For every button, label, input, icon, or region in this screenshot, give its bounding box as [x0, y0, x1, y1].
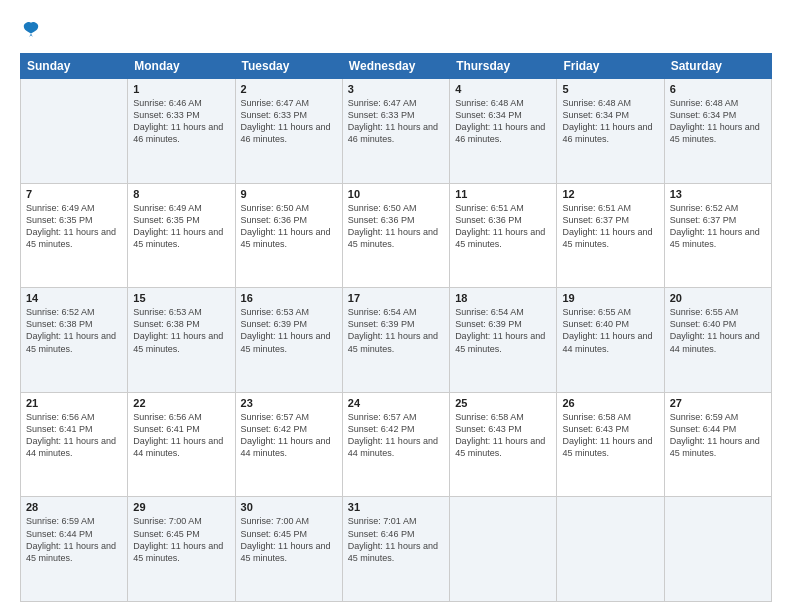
calendar-cell: 30Sunrise: 7:00 AMSunset: 6:45 PMDayligh…	[235, 497, 342, 602]
day-header-friday: Friday	[557, 54, 664, 79]
day-number: 26	[562, 397, 658, 409]
day-sun-info: Sunrise: 6:58 AMSunset: 6:43 PMDaylight:…	[455, 411, 551, 460]
calendar-cell: 22Sunrise: 6:56 AMSunset: 6:41 PMDayligh…	[128, 392, 235, 497]
day-sun-info: Sunrise: 7:00 AMSunset: 6:45 PMDaylight:…	[241, 515, 337, 564]
day-number: 17	[348, 292, 444, 304]
day-sun-info: Sunrise: 6:57 AMSunset: 6:42 PMDaylight:…	[241, 411, 337, 460]
day-number: 13	[670, 188, 766, 200]
day-sun-info: Sunrise: 6:58 AMSunset: 6:43 PMDaylight:…	[562, 411, 658, 460]
day-sun-info: Sunrise: 6:51 AMSunset: 6:37 PMDaylight:…	[562, 202, 658, 251]
day-sun-info: Sunrise: 6:56 AMSunset: 6:41 PMDaylight:…	[133, 411, 229, 460]
calendar-cell: 14Sunrise: 6:52 AMSunset: 6:38 PMDayligh…	[21, 288, 128, 393]
calendar-table: SundayMondayTuesdayWednesdayThursdayFrid…	[20, 53, 772, 602]
day-number: 9	[241, 188, 337, 200]
day-number: 16	[241, 292, 337, 304]
day-sun-info: Sunrise: 6:49 AMSunset: 6:35 PMDaylight:…	[26, 202, 122, 251]
day-number: 27	[670, 397, 766, 409]
day-number: 21	[26, 397, 122, 409]
day-sun-info: Sunrise: 6:50 AMSunset: 6:36 PMDaylight:…	[241, 202, 337, 251]
day-sun-info: Sunrise: 6:55 AMSunset: 6:40 PMDaylight:…	[562, 306, 658, 355]
header	[20, 18, 772, 41]
calendar-cell: 13Sunrise: 6:52 AMSunset: 6:37 PMDayligh…	[664, 183, 771, 288]
calendar-cell: 21Sunrise: 6:56 AMSunset: 6:41 PMDayligh…	[21, 392, 128, 497]
calendar-cell: 11Sunrise: 6:51 AMSunset: 6:36 PMDayligh…	[450, 183, 557, 288]
calendar-cell: 10Sunrise: 6:50 AMSunset: 6:36 PMDayligh…	[342, 183, 449, 288]
calendar-cell: 25Sunrise: 6:58 AMSunset: 6:43 PMDayligh…	[450, 392, 557, 497]
page: SundayMondayTuesdayWednesdayThursdayFrid…	[0, 0, 792, 612]
calendar-cell: 6Sunrise: 6:48 AMSunset: 6:34 PMDaylight…	[664, 79, 771, 184]
calendar-cell: 1Sunrise: 6:46 AMSunset: 6:33 PMDaylight…	[128, 79, 235, 184]
day-sun-info: Sunrise: 6:59 AMSunset: 6:44 PMDaylight:…	[670, 411, 766, 460]
day-header-thursday: Thursday	[450, 54, 557, 79]
day-sun-info: Sunrise: 6:52 AMSunset: 6:38 PMDaylight:…	[26, 306, 122, 355]
calendar-cell: 26Sunrise: 6:58 AMSunset: 6:43 PMDayligh…	[557, 392, 664, 497]
day-sun-info: Sunrise: 6:49 AMSunset: 6:35 PMDaylight:…	[133, 202, 229, 251]
calendar-cell	[664, 497, 771, 602]
day-sun-info: Sunrise: 6:47 AMSunset: 6:33 PMDaylight:…	[348, 97, 444, 146]
day-sun-info: Sunrise: 6:56 AMSunset: 6:41 PMDaylight:…	[26, 411, 122, 460]
day-sun-info: Sunrise: 6:46 AMSunset: 6:33 PMDaylight:…	[133, 97, 229, 146]
calendar-cell	[557, 497, 664, 602]
calendar-cell: 5Sunrise: 6:48 AMSunset: 6:34 PMDaylight…	[557, 79, 664, 184]
day-number: 1	[133, 83, 229, 95]
day-header-monday: Monday	[128, 54, 235, 79]
day-number: 5	[562, 83, 658, 95]
calendar-cell: 23Sunrise: 6:57 AMSunset: 6:42 PMDayligh…	[235, 392, 342, 497]
day-sun-info: Sunrise: 6:59 AMSunset: 6:44 PMDaylight:…	[26, 515, 122, 564]
day-sun-info: Sunrise: 6:51 AMSunset: 6:36 PMDaylight:…	[455, 202, 551, 251]
day-sun-info: Sunrise: 6:48 AMSunset: 6:34 PMDaylight:…	[670, 97, 766, 146]
day-sun-info: Sunrise: 6:54 AMSunset: 6:39 PMDaylight:…	[455, 306, 551, 355]
calendar-cell: 7Sunrise: 6:49 AMSunset: 6:35 PMDaylight…	[21, 183, 128, 288]
day-number: 29	[133, 501, 229, 513]
day-sun-info: Sunrise: 7:00 AMSunset: 6:45 PMDaylight:…	[133, 515, 229, 564]
calendar-cell: 28Sunrise: 6:59 AMSunset: 6:44 PMDayligh…	[21, 497, 128, 602]
day-header-saturday: Saturday	[664, 54, 771, 79]
day-sun-info: Sunrise: 6:52 AMSunset: 6:37 PMDaylight:…	[670, 202, 766, 251]
calendar-cell	[21, 79, 128, 184]
day-sun-info: Sunrise: 7:01 AMSunset: 6:46 PMDaylight:…	[348, 515, 444, 564]
day-number: 10	[348, 188, 444, 200]
day-sun-info: Sunrise: 6:53 AMSunset: 6:39 PMDaylight:…	[241, 306, 337, 355]
calendar-cell: 9Sunrise: 6:50 AMSunset: 6:36 PMDaylight…	[235, 183, 342, 288]
day-number: 24	[348, 397, 444, 409]
calendar-cell: 27Sunrise: 6:59 AMSunset: 6:44 PMDayligh…	[664, 392, 771, 497]
calendar-cell: 16Sunrise: 6:53 AMSunset: 6:39 PMDayligh…	[235, 288, 342, 393]
day-header-tuesday: Tuesday	[235, 54, 342, 79]
day-sun-info: Sunrise: 6:54 AMSunset: 6:39 PMDaylight:…	[348, 306, 444, 355]
calendar-cell: 3Sunrise: 6:47 AMSunset: 6:33 PMDaylight…	[342, 79, 449, 184]
calendar-cell: 29Sunrise: 7:00 AMSunset: 6:45 PMDayligh…	[128, 497, 235, 602]
day-number: 30	[241, 501, 337, 513]
day-sun-info: Sunrise: 6:48 AMSunset: 6:34 PMDaylight:…	[455, 97, 551, 146]
day-sun-info: Sunrise: 6:57 AMSunset: 6:42 PMDaylight:…	[348, 411, 444, 460]
calendar-cell: 2Sunrise: 6:47 AMSunset: 6:33 PMDaylight…	[235, 79, 342, 184]
day-sun-info: Sunrise: 6:53 AMSunset: 6:38 PMDaylight:…	[133, 306, 229, 355]
day-number: 28	[26, 501, 122, 513]
logo	[20, 18, 100, 41]
day-number: 19	[562, 292, 658, 304]
calendar-cell: 17Sunrise: 6:54 AMSunset: 6:39 PMDayligh…	[342, 288, 449, 393]
day-number: 23	[241, 397, 337, 409]
day-sun-info: Sunrise: 6:55 AMSunset: 6:40 PMDaylight:…	[670, 306, 766, 355]
logo-bird-icon	[22, 20, 40, 38]
calendar-cell: 12Sunrise: 6:51 AMSunset: 6:37 PMDayligh…	[557, 183, 664, 288]
day-number: 7	[26, 188, 122, 200]
calendar-cell	[450, 497, 557, 602]
calendar-cell: 15Sunrise: 6:53 AMSunset: 6:38 PMDayligh…	[128, 288, 235, 393]
day-number: 22	[133, 397, 229, 409]
day-sun-info: Sunrise: 6:50 AMSunset: 6:36 PMDaylight:…	[348, 202, 444, 251]
calendar-cell: 18Sunrise: 6:54 AMSunset: 6:39 PMDayligh…	[450, 288, 557, 393]
day-number: 15	[133, 292, 229, 304]
day-number: 25	[455, 397, 551, 409]
day-sun-info: Sunrise: 6:48 AMSunset: 6:34 PMDaylight:…	[562, 97, 658, 146]
calendar-cell: 19Sunrise: 6:55 AMSunset: 6:40 PMDayligh…	[557, 288, 664, 393]
day-number: 8	[133, 188, 229, 200]
calendar-cell: 31Sunrise: 7:01 AMSunset: 6:46 PMDayligh…	[342, 497, 449, 602]
calendar-cell: 20Sunrise: 6:55 AMSunset: 6:40 PMDayligh…	[664, 288, 771, 393]
calendar-cell: 4Sunrise: 6:48 AMSunset: 6:34 PMDaylight…	[450, 79, 557, 184]
day-header-wednesday: Wednesday	[342, 54, 449, 79]
day-number: 31	[348, 501, 444, 513]
day-number: 6	[670, 83, 766, 95]
day-number: 14	[26, 292, 122, 304]
calendar-cell: 8Sunrise: 6:49 AMSunset: 6:35 PMDaylight…	[128, 183, 235, 288]
day-number: 20	[670, 292, 766, 304]
